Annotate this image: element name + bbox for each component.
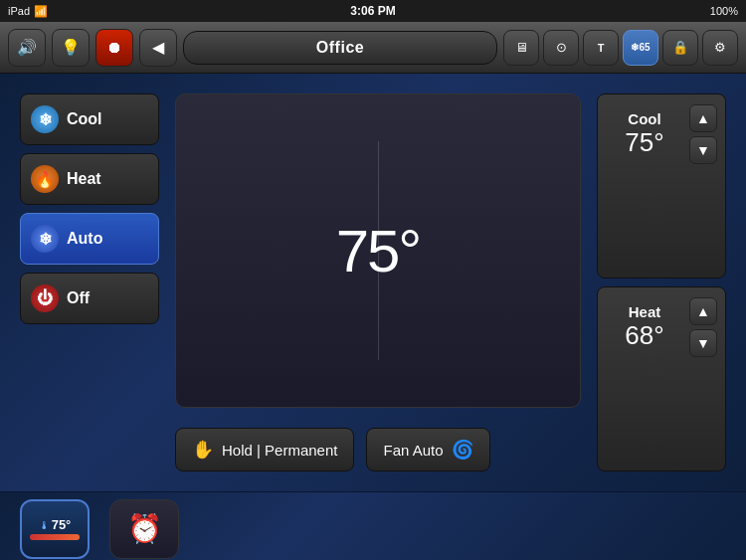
nav-right-btn-lock[interactable]: 🔒 — [662, 30, 698, 66]
fan-label: Fan Auto — [383, 442, 443, 459]
nav-btn-record[interactable]: ⏺ — [95, 29, 133, 67]
status-bar-time: 3:06 PM — [350, 4, 395, 18]
auto-label: Auto — [67, 230, 102, 248]
shortcut-wakeup[interactable]: ⏰ Wakeup — [109, 499, 179, 561]
cool-down-btn[interactable]: ▼ — [689, 136, 717, 164]
off-icon: ⏻ — [31, 284, 59, 312]
auto-icon: ❄ — [31, 225, 59, 253]
center-bottom: ✋ Hold | Permanent Fan Auto 🌀 — [175, 428, 581, 471]
mode-btn-auto[interactable]: ❄ Auto — [20, 213, 159, 265]
wifi-icon: 📶 — [34, 5, 48, 18]
hold-btn[interactable]: ✋ Hold | Permanent — [175, 428, 354, 471]
shortcuts-area: 🌡75° Thermostat ⏰ Wakeup — [0, 491, 746, 560]
cool-label: Cool — [67, 110, 102, 128]
mode-btn-cool[interactable]: ❄ Cool — [20, 93, 159, 145]
nav-right-btn-settings[interactable]: ⚙ — [702, 30, 738, 66]
cool-setpoint-row: Cool 75° ▲ ▼ — [606, 104, 717, 164]
status-bar-left: iPad 📶 — [8, 5, 48, 18]
mode-btn-off[interactable]: ⏻ Off — [20, 273, 159, 324]
cool-setpoint: Cool 75° ▲ ▼ — [597, 93, 726, 279]
center-display: 75° — [175, 93, 581, 408]
heat-setpoint-inner: Heat 68° — [606, 303, 683, 351]
top-nav: 🔊 💡 ⏺ ◀ Office 🖥 ⊙ T ❄65 🔒 ⚙ — [0, 22, 746, 74]
nav-right-btn-temp[interactable]: ❄65 — [623, 30, 658, 66]
mode-btn-heat[interactable]: 🔥 Heat — [20, 153, 159, 205]
main-content: ❄ Cool 🔥 Heat ❄ Auto ⏻ Off 75° — [0, 74, 746, 491]
right-panel: Cool 75° ▲ ▼ Heat 68° ▲ — [597, 93, 726, 471]
status-bar: iPad 📶 3:06 PM 100% — [0, 0, 746, 22]
fan-icon: 🌀 — [452, 439, 473, 461]
hold-label: Hold | Permanent — [222, 442, 337, 459]
wakeup-icon: ⏰ — [109, 499, 179, 559]
thermostat-panel: ❄ Cool 🔥 Heat ❄ Auto ⏻ Off 75° — [20, 93, 726, 471]
nav-btn-back[interactable]: ◀ — [139, 29, 177, 67]
cool-setpoint-value: 75° — [625, 127, 663, 158]
nav-right: 🖥 ⊙ T ❄65 🔒 ⚙ — [503, 30, 738, 66]
fan-btn[interactable]: Fan Auto 🌀 — [366, 428, 489, 471]
current-temp: 75° — [336, 217, 421, 285]
device-label: iPad — [8, 5, 30, 17]
nav-right-btn-camera[interactable]: ⊙ — [543, 30, 579, 66]
nav-title: Office — [183, 31, 497, 65]
heat-setpoint-row: Heat 68° ▲ ▼ — [606, 297, 717, 357]
cool-setpoint-inner: Cool 75° — [606, 110, 683, 158]
nav-btn-light[interactable]: 💡 — [52, 29, 90, 67]
heat-setpoint-value: 68° — [625, 320, 663, 351]
cool-setpoint-label: Cool — [628, 110, 660, 127]
nav-btn-speaker[interactable]: 🔊 — [8, 29, 46, 67]
nav-right-btn-display[interactable]: 🖥 — [503, 30, 539, 66]
thermostat-icon: 🌡75° — [20, 499, 90, 559]
off-label: Off — [67, 289, 90, 307]
heat-icon: 🔥 — [31, 165, 59, 193]
heat-setpoint-label: Heat — [629, 303, 661, 320]
heat-setpoint: Heat 68° ▲ ▼ — [597, 286, 726, 471]
battery-label: 100% — [710, 5, 738, 17]
cool-icon: ❄ — [31, 105, 59, 133]
mode-buttons: ❄ Cool 🔥 Heat ❄ Auto ⏻ Off — [20, 93, 159, 471]
heat-down-btn[interactable]: ▼ — [689, 329, 717, 357]
nav-right-btn-t[interactable]: T — [583, 30, 619, 66]
heat-label: Heat — [67, 170, 101, 188]
cool-up-btn[interactable]: ▲ — [689, 104, 717, 132]
shortcut-thermostat[interactable]: 🌡75° Thermostat — [20, 499, 90, 561]
heat-up-btn[interactable]: ▲ — [689, 297, 717, 325]
hold-icon: ✋ — [192, 439, 214, 461]
